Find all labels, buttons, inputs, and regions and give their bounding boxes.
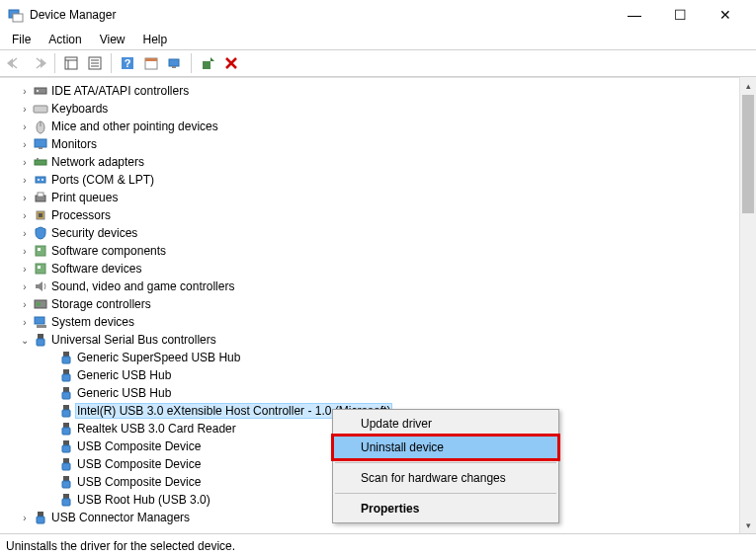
toolbar-separator [111,53,112,73]
add-legacy-button[interactable] [197,52,218,74]
tree-node[interactable]: Generic USB Hub [0,384,756,402]
tree-node[interactable]: ›Keyboards [0,100,756,118]
tree-node[interactable]: ›Software components [0,242,756,260]
tree-node[interactable]: ›Processors [0,206,756,224]
tree-node-label: USB Root Hub (USB 3.0) [75,493,212,507]
svg-rect-27 [36,177,45,183]
tree-node[interactable]: ›Monitors [0,135,756,153]
scroll-up-arrow[interactable]: ▴ [740,77,756,94]
chevron-right-icon[interactable]: › [18,264,32,275]
svg-rect-37 [38,266,41,269]
chevron-right-icon[interactable]: › [18,104,32,115]
properties-button[interactable] [84,52,106,74]
storage-icon [32,296,49,312]
svg-rect-47 [62,374,70,381]
usb-icon [32,332,49,348]
tree-node-label: Sound, video and game controllers [49,279,236,293]
chevron-right-icon[interactable]: › [18,175,32,186]
svg-rect-48 [63,387,69,392]
chevron-right-icon[interactable]: › [18,86,32,97]
keyboard-icon [32,101,49,117]
tree-node-label: Realtek USB 3.0 Card Reader [75,422,238,436]
menu-action[interactable]: Action [41,31,89,48]
tree-node-label: Monitors [49,137,99,151]
software-icon [32,261,49,277]
minimize-button[interactable]: — [612,0,657,30]
show-hide-button[interactable] [60,52,82,74]
scan-button[interactable] [164,52,186,74]
tree-node[interactable]: Generic USB Hub [0,366,756,384]
svg-rect-52 [63,423,69,428]
tree-node[interactable]: ›Security devices [0,224,756,242]
svg-rect-2 [65,57,77,69]
scroll-thumb[interactable] [742,95,754,213]
usb-icon [57,474,75,490]
chevron-right-icon[interactable]: › [18,193,32,203]
tree-node-label: USB Composite Device [75,439,203,453]
tree-node[interactable]: ›Sound, video and game controllers [0,278,756,295]
status-text: Uninstalls the driver for the selected d… [6,539,235,553]
usb-icon [57,367,75,383]
toolbar-separator [54,53,55,73]
chevron-right-icon[interactable]: › [18,513,32,523]
scrollbar[interactable]: ▴ ▾ [739,77,756,533]
chevron-right-icon[interactable]: › [18,281,32,292]
system-icon [32,314,49,330]
ctx-properties[interactable]: Properties [333,497,558,520]
chevron-right-icon[interactable]: › [18,228,32,239]
ctx-uninstall-device[interactable]: Uninstall device [333,436,558,459]
svg-rect-25 [35,160,46,165]
maximize-button[interactable]: ☐ [657,0,703,30]
tree-node-label: Print queues [49,191,120,204]
ctx-update-driver[interactable]: Update driver [333,412,558,436]
chevron-right-icon[interactable]: › [18,246,32,257]
tree-node[interactable]: ⌄Universal Serial Bus controllers [0,331,756,349]
tree-node-label: System devices [49,315,136,329]
tree-node[interactable]: ›Network adapters [0,153,756,171]
chevron-right-icon[interactable]: › [18,210,32,221]
menu-file[interactable]: File [4,31,39,48]
tree-node-label: USB Composite Device [75,475,203,489]
chevron-right-icon[interactable]: › [18,299,32,310]
scroll-down-arrow[interactable]: ▾ [740,517,756,533]
window-title: Device Manager [30,8,612,22]
window-controls: — ☐ ✕ [612,0,748,30]
help-button[interactable]: ? [117,52,138,74]
tree-node-label: Network adapters [49,155,146,169]
menu-view[interactable]: View [92,31,133,48]
close-button[interactable]: ✕ [703,0,748,30]
printer-icon [32,190,49,205]
chevron-right-icon[interactable]: › [18,121,32,132]
tree-node[interactable]: Generic SuperSpeed USB Hub [0,349,756,366]
menu-help[interactable]: Help [135,31,176,48]
toolbar: ? [0,49,756,77]
uninstall-button[interactable] [220,52,242,74]
chevron-right-icon[interactable]: › [18,317,32,328]
tree-node-label: Universal Serial Bus controllers [49,333,218,347]
tree-node[interactable]: ›Storage controllers [0,295,756,313]
tree-node[interactable]: ›Mice and other pointing devices [0,118,756,135]
tree-node[interactable]: ›Software devices [0,260,756,278]
svg-rect-62 [38,512,43,517]
chevron-right-icon[interactable]: › [18,139,32,150]
tree-node-label: Generic SuperSpeed USB Hub [75,351,242,364]
ctx-scan-hardware[interactable]: Scan for hardware changes [333,466,558,490]
svg-rect-40 [35,317,44,324]
svg-rect-23 [35,139,46,147]
calendar-icon[interactable] [140,52,162,74]
tree-node[interactable]: ›IDE ATA/ATAPI controllers [0,82,756,100]
tree-node-label: USB Connector Managers [49,511,192,524]
tree-node-label: Processors [49,208,113,222]
app-icon [8,7,24,23]
tree-node[interactable]: ›Ports (COM & LPT) [0,171,756,189]
svg-rect-15 [203,61,210,69]
tree-node-label: Software components [49,244,168,258]
tree-node[interactable]: ›Print queues [0,189,756,206]
chevron-right-icon[interactable]: › [18,157,32,168]
svg-rect-56 [63,458,69,463]
tree-node[interactable]: ›System devices [0,313,756,331]
chevron-down-icon[interactable]: ⌄ [18,335,32,346]
svg-point-28 [38,179,40,181]
svg-rect-16 [35,88,46,94]
usb-icon [57,403,75,419]
